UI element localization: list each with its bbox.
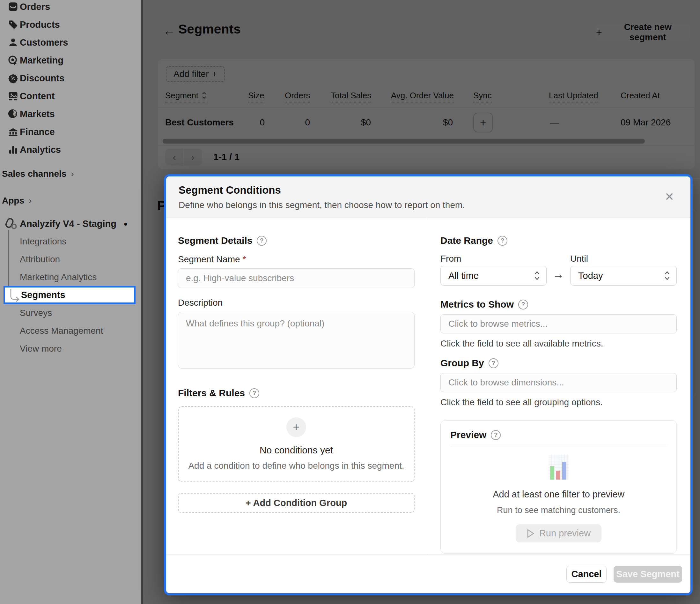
group-by-helper-text: Click the field to see all grouping opti… <box>441 397 677 407</box>
save-segment-button[interactable]: Save Segment <box>614 566 682 583</box>
preview-empty-subtitle: Run to see matching customers. <box>450 505 667 515</box>
play-icon <box>526 529 535 538</box>
description-label: Description <box>178 298 415 308</box>
help-icon[interactable]: ? <box>498 236 507 246</box>
until-label: Until <box>570 253 588 264</box>
select-chevrons-icon <box>664 270 671 281</box>
cancel-button[interactable]: Cancel <box>566 566 606 583</box>
segment-details-heading: Segment Details ? <box>178 235 415 246</box>
date-range-heading: Date Range ? <box>441 235 677 246</box>
sub-item-arrow-icon <box>8 289 22 303</box>
preview-divider <box>450 446 667 446</box>
help-icon[interactable]: ? <box>489 358 498 368</box>
metrics-input[interactable] <box>441 314 677 333</box>
description-textarea[interactable] <box>178 312 415 368</box>
group-by-heading: Group By ? <box>441 358 677 368</box>
date-range-row: All time → Today <box>441 266 677 286</box>
preview-card: Preview ? <box>441 420 677 554</box>
no-conditions-empty-state: + No conditions yet Add a condition to d… <box>178 406 415 482</box>
preview-empty-title: Add at least one filter to preview <box>450 489 667 500</box>
run-preview-button[interactable]: Run preview <box>516 524 601 542</box>
select-chevrons-icon <box>533 270 541 281</box>
modal-title: Segment Conditions <box>179 184 281 196</box>
empty-state-title: No conditions yet <box>259 445 333 456</box>
close-icon[interactable]: ✕ <box>662 190 676 204</box>
metrics-heading: Metrics to Show ? <box>441 299 677 310</box>
segment-name-label: Segment Name* <box>178 254 415 265</box>
date-range-labels: From Until <box>441 253 677 266</box>
add-condition-group-button[interactable]: + Add Condition Group <box>178 493 415 513</box>
sidebar-item-segments-active[interactable]: Segments <box>3 286 135 304</box>
preview-chart-icon <box>549 455 569 481</box>
modal-footer: Cancel Save Segment <box>166 555 691 593</box>
plus-icon[interactable]: + <box>286 417 306 437</box>
modal-left-column: Segment Details ? Segment Name* Descript… <box>178 218 415 513</box>
arrow-right-icon: → <box>551 268 566 281</box>
column-divider <box>427 218 427 559</box>
segment-conditions-modal: Segment Conditions Define who belongs in… <box>164 174 693 596</box>
from-select[interactable]: All time <box>441 266 547 286</box>
modal-header: Segment Conditions Define who belongs in… <box>166 176 691 218</box>
group-by-input[interactable] <box>441 373 677 392</box>
segment-name-input[interactable] <box>178 268 415 288</box>
preview-heading: Preview ? <box>450 430 667 440</box>
metrics-helper-text: Click the field to see all available met… <box>441 339 677 349</box>
empty-state-subtitle: Add a condition to define who belongs in… <box>188 461 404 471</box>
required-asterisk: * <box>243 254 246 264</box>
help-icon[interactable]: ? <box>257 236 267 246</box>
from-label: From <box>441 253 461 264</box>
filters-rules-heading: Filters & Rules ? <box>178 388 415 398</box>
help-icon[interactable]: ? <box>249 388 259 398</box>
modal-subtitle: Define who belongs in this segment, then… <box>179 200 465 210</box>
modal-right-column: Date Range ? From Until All time → Today <box>441 218 677 554</box>
help-icon[interactable]: ? <box>518 299 528 310</box>
until-select[interactable]: Today <box>570 266 677 286</box>
help-icon[interactable]: ? <box>491 430 501 440</box>
